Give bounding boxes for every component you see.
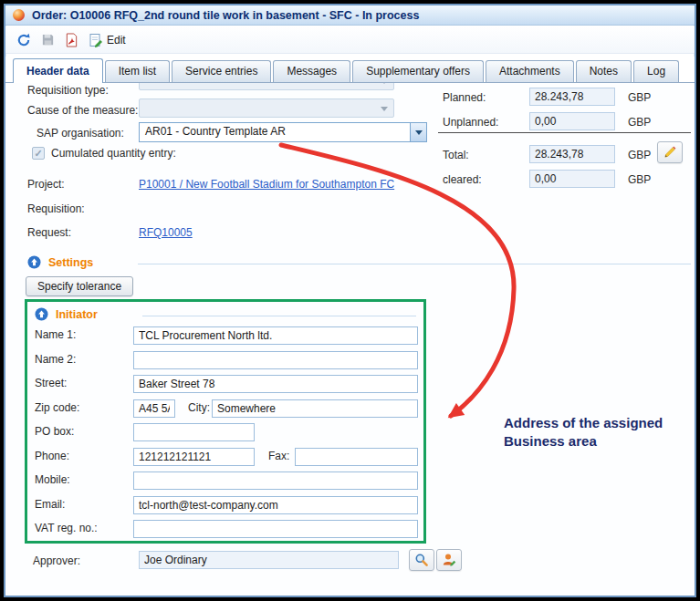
approver-field	[139, 551, 399, 569]
edit-icon	[89, 33, 103, 47]
unplanned-label: Unplanned:	[443, 116, 498, 129]
settings-rule	[138, 264, 691, 264]
requisition-type-dropdown	[139, 83, 394, 90]
planned-amount-field	[529, 88, 615, 106]
window-title: Order: O10006 RFQ_2nd round tile work in…	[32, 9, 419, 22]
collapse-arrow-icon[interactable]	[27, 255, 41, 269]
project-link[interactable]: P10001 / New Football Stadium for Southa…	[139, 178, 394, 191]
name1-field[interactable]	[133, 326, 418, 345]
cleared-label: cleared:	[443, 173, 482, 186]
save-icon	[41, 33, 55, 47]
application-window: Order: O10006 RFQ_2nd round tile work in…	[4, 4, 696, 597]
mobile-label: Mobile:	[35, 473, 70, 486]
fax-label: Fax:	[268, 450, 289, 462]
total-currency: GBP	[628, 149, 651, 161]
toolbar: Edit	[5, 26, 695, 54]
cleared-amount-field	[529, 170, 615, 188]
fax-field[interactable]	[295, 448, 418, 466]
user-edit-icon	[442, 553, 456, 567]
phone-field[interactable]	[133, 448, 255, 466]
app-icon	[13, 9, 25, 21]
name2-field[interactable]	[133, 351, 418, 369]
collapse-arrow-icon[interactable]	[35, 307, 48, 321]
settings-section-header: Settings	[27, 255, 93, 269]
cause-of-measure-dropdown	[139, 98, 394, 118]
po-box-label: PO box:	[35, 425, 74, 438]
annotation-text: Address of the assigned Business area	[504, 414, 666, 451]
tab-service-entries[interactable]: Service entries	[172, 60, 271, 82]
unplanned-amount-field	[529, 112, 615, 130]
requisition-label: Requisition:	[27, 202, 85, 215]
request-link[interactable]: RFQ10005	[139, 226, 193, 239]
street-label: Street:	[35, 377, 67, 389]
tab-header-data[interactable]: Header data	[13, 58, 103, 83]
total-label: Total:	[443, 149, 469, 161]
initiator-section-title: Initiator	[56, 308, 98, 321]
cumulated-quantity-label: Cumulated quantity entry:	[51, 147, 176, 160]
refresh-button[interactable]	[16, 33, 31, 47]
initiator-rule	[142, 316, 416, 316]
requisition-type-label: Requisition type:	[27, 84, 109, 97]
refresh-icon	[16, 33, 31, 47]
street-field[interactable]	[133, 375, 418, 393]
sap-organisation-dropdown[interactable]: AR01 - Country Template AR	[139, 122, 427, 142]
sap-organisation-label: SAP organisation:	[37, 127, 124, 140]
edit-total-button[interactable]	[657, 141, 683, 163]
dropdown-button[interactable]	[410, 123, 426, 141]
amounts-divider	[438, 132, 691, 133]
email-label: Email:	[35, 498, 65, 511]
zip-code-label: Zip code:	[35, 401, 79, 414]
chevron-down-icon	[381, 83, 388, 84]
email-field[interactable]	[133, 496, 418, 514]
vat-reg-no-field[interactable]	[133, 520, 418, 538]
zip-code-field[interactable]	[133, 399, 175, 418]
request-label: Request:	[27, 226, 71, 239]
approver-label: Approver:	[33, 554, 80, 567]
po-box-field[interactable]	[133, 423, 255, 441]
cumulated-quantity-checkbox: ✓	[32, 147, 45, 160]
check-icon: ✓	[34, 148, 42, 159]
title-bar: Order: O10006 RFQ_2nd round tile work in…	[5, 5, 695, 26]
tab-supplementary-offers[interactable]: Supplementary offers	[352, 60, 484, 82]
sap-organisation-value: AR01 - Country Template AR	[140, 123, 410, 141]
planned-label: Planned:	[443, 91, 486, 104]
tab-strip: Header data Item list Service entries Me…	[5, 57, 695, 83]
tab-log[interactable]: Log	[633, 60, 679, 82]
planned-currency: GBP	[628, 91, 651, 104]
unplanned-currency: GBP	[628, 116, 651, 129]
cause-of-measure-label: Cause of the measure:	[27, 104, 138, 117]
chevron-down-icon	[381, 107, 388, 111]
header-data-panel: Requisition type: Cause of the measure: …	[5, 83, 695, 596]
tab-notes[interactable]: Notes	[576, 60, 632, 82]
tab-attachments[interactable]: Attachments	[486, 60, 574, 82]
edit-button-label: Edit	[107, 34, 126, 47]
name2-label: Name 2:	[35, 353, 76, 366]
pdf-button[interactable]	[65, 33, 78, 47]
search-icon	[414, 553, 429, 567]
name1-label: Name 1:	[35, 328, 76, 341]
initiator-section-header: Initiator	[35, 307, 98, 321]
city-label: City:	[188, 401, 210, 414]
approver-user-edit-button[interactable]	[436, 549, 462, 571]
city-field[interactable]	[212, 399, 418, 418]
approver-search-button[interactable]	[409, 549, 434, 571]
save-button[interactable]	[41, 33, 55, 47]
specify-tolerance-button[interactable]: Specify tolerance	[26, 276, 133, 296]
total-amount-field	[529, 145, 615, 163]
project-label: Project:	[27, 178, 65, 191]
edit-button[interactable]: Edit	[89, 33, 126, 47]
pdf-icon	[65, 33, 78, 47]
mobile-field[interactable]	[133, 471, 418, 490]
chevron-down-icon	[415, 130, 423, 135]
tab-item-list[interactable]: Item list	[105, 60, 170, 82]
vat-reg-no-label: VAT reg. no.:	[35, 522, 98, 534]
phone-label: Phone:	[35, 450, 69, 462]
settings-section-title: Settings	[48, 256, 93, 269]
pencil-icon	[663, 145, 677, 160]
tab-messages[interactable]: Messages	[273, 60, 350, 82]
cleared-currency: GBP	[628, 173, 651, 186]
